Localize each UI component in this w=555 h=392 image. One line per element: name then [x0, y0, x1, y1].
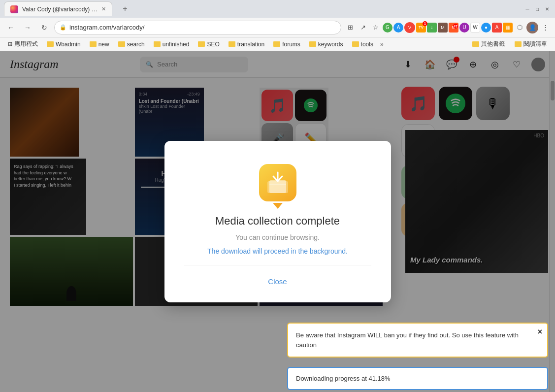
warning-close-button[interactable]: ×: [538, 327, 542, 336]
modal-icon-arrow: [273, 203, 283, 209]
tab-favicon: [10, 5, 18, 13]
modal-divider: [184, 265, 371, 265]
minimize-button[interactable]: ─: [523, 5, 531, 13]
extension-5[interactable]: ↓: [427, 23, 437, 33]
restore-button[interactable]: □: [533, 5, 541, 13]
menu-button[interactable]: ⋮: [539, 22, 551, 33]
tab-close-button[interactable]: ✕: [101, 6, 106, 12]
bookmark-tools[interactable]: tools: [348, 40, 377, 49]
modal-title: Media collection complete: [215, 215, 340, 228]
svg-rect-3: [269, 180, 286, 193]
media-collection-modal: Media collection complete You can contin…: [164, 141, 391, 302]
extension-4[interactable]: TV 1: [416, 23, 426, 33]
bookmark-unfinished[interactable]: unfinished: [150, 40, 194, 49]
bookmark-wbadmin[interactable]: Wbadmin: [43, 40, 85, 49]
bookmark-translation[interactable]: translation: [225, 40, 268, 49]
bookmark-search[interactable]: search: [114, 40, 149, 49]
download-progress-bar: Downloading progress at 41.18%: [287, 367, 548, 390]
extension-a[interactable]: A: [492, 23, 502, 33]
extensions-button[interactable]: ⬡: [514, 22, 525, 33]
bookmark-forums[interactable]: forums: [269, 40, 304, 49]
bookmark-reading[interactable]: 閱讀清單: [511, 39, 551, 49]
profile-button[interactable]: 👤: [526, 22, 538, 33]
new-tab-button[interactable]: +: [118, 2, 132, 16]
extension-orange[interactable]: ▦: [503, 23, 513, 33]
modal-icon-container: [256, 161, 300, 205]
warning-text: Be aware that Instagram WILL ban you if …: [296, 330, 539, 350]
forward-button[interactable]: →: [21, 21, 34, 34]
extension-circle[interactable]: ●: [481, 23, 491, 33]
translate-icon[interactable]: ⊞: [344, 22, 356, 33]
address-bar[interactable]: 🔒 instagram.com/varlarcody/: [54, 21, 341, 34]
close-button[interactable]: ✕: [543, 5, 551, 13]
bookmark-new[interactable]: new: [86, 40, 113, 49]
bookmark-keywords[interactable]: keywords: [305, 40, 347, 49]
modal-subtitle: You can continue browsing.: [235, 233, 320, 241]
more-bookmarks-button[interactable]: »: [378, 40, 386, 49]
extension-badge[interactable]: M47: [449, 23, 458, 33]
share-icon[interactable]: ↗: [357, 22, 369, 33]
url-text: instagram.com/varlarcody/: [69, 24, 336, 31]
extension-w[interactable]: W: [470, 23, 480, 33]
extension-1[interactable]: G: [383, 23, 392, 33]
extension-3[interactable]: V: [404, 22, 415, 33]
extension-6[interactable]: M: [438, 23, 448, 33]
instagram-page: Instagram 🔍 Search ⬇ 🏠 💬 ⊕ ◎ ♡: [0, 51, 555, 392]
reload-button[interactable]: ↻: [37, 21, 51, 34]
tab-title: Valar Cody (@varlarcody) • Insta...: [22, 6, 98, 13]
browser-tab[interactable]: Valar Cody (@varlarcody) • Insta... ✕: [4, 1, 112, 16]
lock-icon: 🔒: [60, 24, 66, 31]
modal-link: The download will proceed in the backgro…: [207, 247, 348, 255]
modal-close-button[interactable]: Close: [260, 275, 294, 288]
bookmark-other[interactable]: 其他書籤: [468, 39, 509, 49]
download-box-icon: [265, 170, 290, 195]
extension-u[interactable]: U: [459, 23, 469, 33]
bookmark-icon[interactable]: ☆: [370, 22, 382, 33]
extension-2[interactable]: A: [393, 23, 403, 33]
back-button[interactable]: ←: [4, 21, 18, 34]
bookmark-seo[interactable]: SEO: [194, 40, 223, 49]
bookmark-apps[interactable]: ⊞ 應用程式: [4, 39, 42, 49]
download-progress-text: Downloading progress at 41.18%: [296, 375, 539, 382]
warning-popup: × Be aware that Instagram WILL ban you i…: [287, 323, 548, 358]
modal-icon-box: [259, 164, 296, 201]
